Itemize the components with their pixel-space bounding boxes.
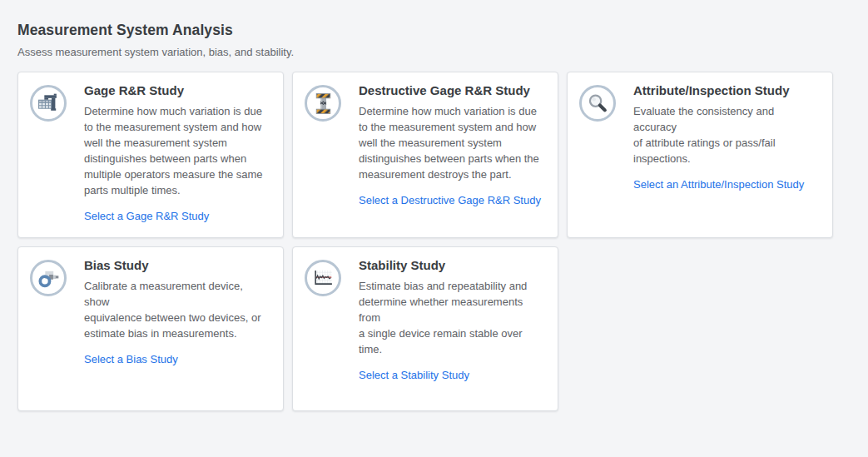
caliper-worksheet-icon <box>30 85 67 122</box>
card-bias-study: Bias Study Calibrate a measurement devic… <box>17 246 284 411</box>
card-description: Determine how much variation is due to t… <box>84 103 270 198</box>
study-cards-grid: Gage R&R Study Determine how much variat… <box>17 72 833 411</box>
card-title: Stability Study <box>359 258 544 272</box>
control-chart-icon <box>305 260 341 296</box>
card-description: Determine how much variation is due to t… <box>359 103 544 182</box>
card-title: Attribute/Inspection Study <box>633 83 819 97</box>
page-title: Measurement System Analysis <box>17 22 833 39</box>
select-destructive-gage-rr-study-link[interactable]: Select a Destructive Gage R&R Study <box>359 194 541 206</box>
card-title: Bias Study <box>84 258 270 272</box>
select-stability-study-link[interactable]: Select a Stability Study <box>359 369 469 381</box>
card-description: Estimate bias and repeatability and dete… <box>359 278 544 357</box>
select-gage-rr-study-link[interactable]: Select a Gage R&R Study <box>84 210 209 222</box>
card-gage-rr-study: Gage R&R Study Determine how much variat… <box>17 72 284 238</box>
page-subtitle: Assess measurement system variation, bia… <box>17 46 833 58</box>
card-title: Gage R&R Study <box>84 83 270 97</box>
msa-page: Measurement System Analysis Assess measu… <box>17 22 833 411</box>
card-attribute-inspection-study: Attribute/Inspection Study Evaluate the … <box>567 72 833 238</box>
destructive-specimen-icon <box>305 85 341 122</box>
card-title: Destructive Gage R&R Study <box>359 83 544 97</box>
micrometer-icon <box>30 260 67 296</box>
select-bias-study-link[interactable]: Select a Bias Study <box>84 353 178 365</box>
select-attribute-inspection-study-link[interactable]: Select an Attribute/Inspection Study <box>633 178 804 191</box>
card-destructive-gage-rr-study: Destructive Gage R&R Study Determine how… <box>292 72 558 238</box>
card-stability-study: Stability Study Estimate bias and repeat… <box>292 246 558 411</box>
magnifier-icon <box>579 85 616 122</box>
card-description: Calibrate a measurement device, show equ… <box>84 278 270 341</box>
card-description: Evaluate the consistency and accuracy of… <box>633 103 819 166</box>
